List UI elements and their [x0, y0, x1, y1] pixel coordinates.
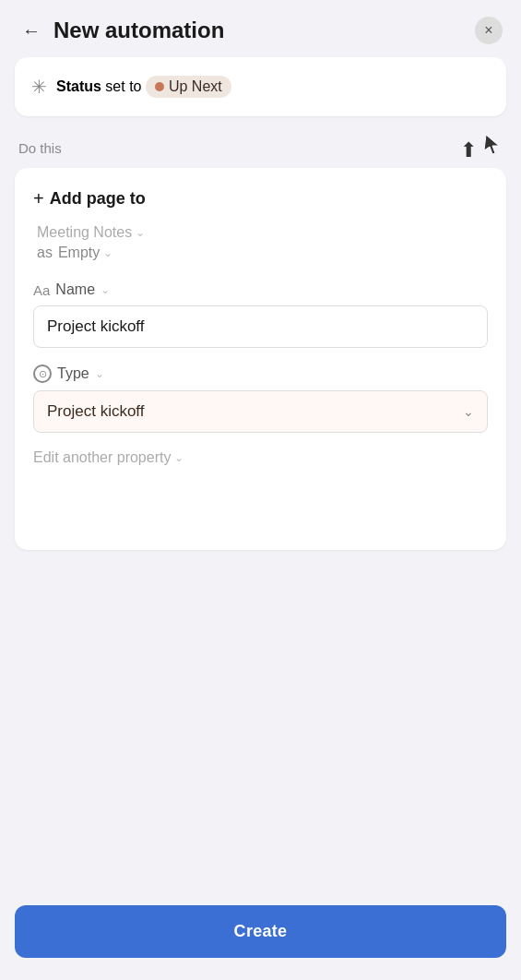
- type-select[interactable]: Project kickoff ⌄: [33, 390, 488, 433]
- template-chevron-icon: ⌄: [103, 246, 112, 259]
- action-title: + Add page to: [33, 188, 488, 209]
- do-this-section: Do this ⬆: [0, 124, 521, 168]
- header-left: ← New automation: [18, 18, 224, 43]
- do-this-label: Do this: [18, 140, 62, 156]
- page-title: New automation: [53, 18, 224, 43]
- create-button[interactable]: Create: [15, 905, 506, 958]
- template-value[interactable]: Empty ⌄: [58, 245, 112, 261]
- header: ← New automation ×: [0, 0, 521, 57]
- as-text: as: [37, 245, 53, 261]
- name-label[interactable]: Aa Name ⌄: [33, 281, 488, 298]
- close-button[interactable]: ×: [475, 17, 503, 44]
- type-select-label: Project kickoff: [47, 402, 145, 421]
- trigger-icon: ✳: [31, 76, 47, 98]
- location-value[interactable]: Meeting Notes ⌄: [37, 224, 488, 241]
- action-plus-icon: +: [33, 188, 44, 209]
- location-row[interactable]: Meeting Notes ⌄: [33, 224, 488, 241]
- name-chevron-icon: ⌄: [101, 283, 110, 296]
- action-title-text: Add page to: [50, 189, 146, 209]
- create-btn-container: Create: [0, 890, 521, 980]
- trigger-prefix: Status set to: [56, 78, 146, 94]
- type-chevron-icon: ⌄: [95, 367, 104, 380]
- type-field-icon: ⊙: [33, 365, 52, 383]
- trigger-card: ✳ Status set to Up Next: [15, 57, 506, 116]
- type-field-section: ⊙ Type ⌄ Project kickoff ⌄: [33, 365, 488, 433]
- action-card: + Add page to Meeting Notes ⌄ as Empty ⌄…: [15, 168, 506, 550]
- template-row: as Empty ⌄: [33, 245, 488, 261]
- name-field-section: Aa Name ⌄: [33, 281, 488, 348]
- location-chevron-icon: ⌄: [136, 226, 145, 239]
- edit-property-chevron-icon: ⌄: [174, 451, 184, 464]
- type-label[interactable]: ⊙ Type ⌄: [33, 365, 488, 383]
- back-button[interactable]: ←: [18, 18, 44, 43]
- status-badge[interactable]: Up Next: [146, 76, 231, 98]
- trigger-description: Status set to Up Next: [56, 76, 231, 98]
- name-field-icon: Aa: [33, 282, 50, 298]
- status-dot: [155, 82, 164, 91]
- status-label: Up Next: [169, 78, 222, 95]
- edit-property-label: Edit another property: [33, 449, 171, 466]
- edit-property-row[interactable]: Edit another property ⌄: [33, 449, 488, 466]
- cursor-icon: ⬆: [460, 133, 503, 162]
- name-input[interactable]: [33, 305, 488, 348]
- type-dropdown-icon: ⌄: [463, 404, 474, 419]
